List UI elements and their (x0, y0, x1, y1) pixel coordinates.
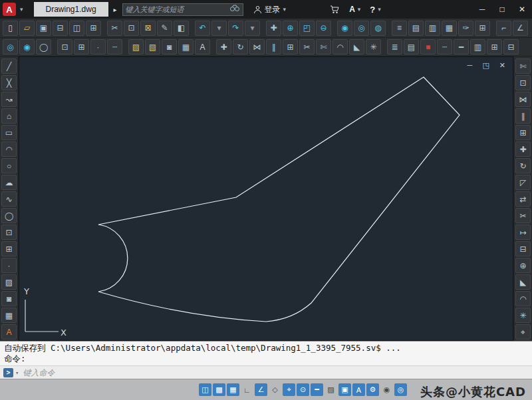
properties-icon[interactable]: ≡ (392, 21, 407, 36)
object-snap-tracking-icon[interactable]: ⌖ (283, 383, 295, 396)
modify-offset-icon[interactable]: ∥ (515, 108, 531, 124)
maximize-button[interactable]: □ (492, 0, 512, 19)
draw-point-icon[interactable]: ∙ (1, 258, 17, 273)
draw-construction-line-icon[interactable]: ╳ (1, 75, 17, 90)
lineweight-icon[interactable]: ━ (454, 39, 469, 54)
block-editor-icon[interactable]: ◧ (174, 21, 189, 36)
sign-in-button[interactable]: 登录 ▾ (249, 0, 291, 19)
move-icon[interactable]: ✚ (216, 39, 231, 54)
boundary-icon[interactable]: ◙ (162, 39, 177, 54)
modify-extend-icon[interactable]: ↦ (515, 225, 531, 240)
cut-icon[interactable]: ✂ (107, 21, 122, 36)
plot-preview-icon[interactable]: ◫ (69, 21, 84, 36)
redo-icon[interactable]: ↷ (228, 21, 243, 36)
isolate-objects-icon[interactable]: ◎ (394, 383, 407, 396)
modify-break-icon[interactable]: ⊟ (515, 241, 531, 256)
osnap-settings-icon[interactable]: ⌖ (515, 324, 531, 340)
modify-erase-icon[interactable]: ✄ (515, 58, 531, 74)
modify-copy-icon[interactable]: ⊡ (515, 75, 531, 90)
ring-icon[interactable]: ◍ (370, 21, 386, 36)
modify-array-icon[interactable]: ⊞ (515, 125, 531, 140)
polar-tracking-icon[interactable]: ∠ (255, 383, 267, 396)
fillet-icon[interactable]: ◠ (332, 39, 348, 54)
circle-tool-icon[interactable]: ◎ (354, 21, 369, 36)
draw-ellipse-icon[interactable]: ◯ (1, 208, 17, 223)
offset-icon[interactable]: ∥ (266, 39, 281, 54)
undo-caret-icon[interactable]: ▾ (211, 21, 227, 36)
modify-rotate-icon[interactable]: ↻ (515, 158, 531, 173)
modify-fillet-icon[interactable]: ◠ (515, 291, 531, 306)
ortho-mode-icon[interactable]: ∟ (241, 383, 253, 396)
chamfer-icon[interactable]: ◣ (349, 39, 364, 54)
drawing-close-button[interactable]: ✕ (499, 61, 505, 70)
publish-icon[interactable]: ⊞ (86, 21, 101, 36)
draw-polyline-icon[interactable]: ↝ (1, 92, 17, 107)
redo-caret-icon[interactable]: ▾ (245, 21, 260, 36)
undo-icon[interactable]: ↶ (195, 21, 210, 36)
modify-join-icon[interactable]: ⊕ (515, 258, 531, 273)
open-icon[interactable]: ▱ (19, 21, 35, 36)
qnew-icon[interactable]: ▯ (3, 21, 18, 36)
array-icon[interactable]: ⊞ (283, 39, 298, 54)
draw-revcloud-icon[interactable]: ☁ (1, 175, 17, 190)
insert-block-icon[interactable]: ⊡ (57, 39, 72, 54)
modify-trim-icon[interactable]: ✂ (515, 208, 531, 223)
grid-display-icon[interactable]: ▦ (227, 383, 239, 396)
command-customize-button[interactable]: > ▾ (3, 368, 19, 377)
modify-chamfer-icon[interactable]: ◣ (515, 274, 531, 290)
save-icon[interactable]: ▣ (36, 21, 51, 36)
donut-icon[interactable]: ◉ (337, 21, 352, 36)
annotation-monitor-icon[interactable]: ◉ (380, 383, 393, 396)
divide-icon[interactable]: ┄ (107, 39, 122, 54)
workspace-switching-icon[interactable]: ⚙ (366, 383, 379, 396)
draw-region-icon[interactable]: ◙ (1, 291, 17, 306)
zoom-window-icon[interactable]: ◰ (299, 21, 315, 36)
draw-spline-icon[interactable]: ∿ (1, 191, 17, 207)
modify-explode-icon[interactable]: ✳ (515, 308, 531, 323)
draw-arc-icon[interactable]: ◠ (1, 142, 17, 157)
isodraft-icon[interactable]: ◇ (269, 383, 281, 396)
tab-overflow-icon[interactable]: ▸ (114, 6, 117, 13)
rotate-icon[interactable]: ↻ (233, 39, 248, 54)
paste-icon[interactable]: ⊠ (140, 21, 156, 36)
snap-mode-icon[interactable]: ▩ (213, 383, 225, 396)
draw-rectangle-icon[interactable]: ▭ (1, 125, 17, 140)
command-history[interactable]: 自动保存到 C:\Users\Administrator\appdata\loc… (0, 342, 532, 365)
draw-circle-icon[interactable]: ○ (1, 158, 17, 173)
create-block-icon[interactable]: ⊞ (74, 39, 89, 54)
annotation-scale-icon[interactable]: A (352, 383, 365, 396)
lineweight-display-icon[interactable]: ━ (311, 383, 323, 396)
quickcalc-icon[interactable]: ⊞ (475, 21, 490, 36)
mirror-icon[interactable]: ⋈ (249, 39, 265, 54)
minimize-button[interactable]: ─ (472, 0, 492, 19)
polyline-shape[interactable] (98, 77, 460, 322)
drawing-minimize-button[interactable]: ─ (467, 61, 473, 70)
quick-access-caret-icon[interactable]: ▾ (20, 6, 23, 13)
group-icon[interactable]: ⊞ (487, 39, 502, 54)
application-menu-button[interactable]: A (0, 0, 19, 19)
modify-mirror-icon[interactable]: ⋈ (515, 92, 531, 107)
modify-move-icon[interactable]: ✚ (515, 142, 531, 157)
hatch-tool-icon[interactable]: ▨ (128, 39, 144, 54)
draw-table-icon[interactable]: ▦ (1, 308, 17, 323)
draw-mtext-icon[interactable]: A (1, 324, 17, 340)
search-input[interactable] (126, 5, 229, 13)
concentric-icon[interactable]: ◉ (19, 39, 35, 54)
drawing-canvas[interactable]: Y X ─ ◳ ✕ (19, 56, 513, 341)
markup-icon[interactable]: ✑ (458, 21, 473, 36)
zoom-realtime-icon[interactable]: ⊕ (283, 21, 298, 36)
command-input[interactable] (23, 368, 529, 377)
tool-palettes-icon[interactable]: ▥ (425, 21, 440, 36)
point-tool-icon[interactable]: ∙ (90, 39, 106, 54)
document-tab[interactable]: Drawing1.dwg (34, 2, 108, 17)
drawing-restore-button[interactable]: ◳ (482, 61, 489, 70)
ungroup-icon[interactable]: ⊟ (503, 39, 519, 54)
text-tool-icon[interactable]: A (195, 39, 210, 54)
explode-icon[interactable]: ✳ (366, 39, 381, 54)
gradient-tool-icon[interactable]: ▧ (145, 39, 160, 54)
search-icon[interactable] (229, 5, 240, 14)
color-control-icon[interactable]: ■ (420, 39, 436, 54)
plot-icon[interactable]: ⊟ (53, 21, 68, 36)
match-properties-icon[interactable]: ✎ (157, 21, 172, 36)
draw-make-block-icon[interactable]: ⊞ (1, 241, 17, 256)
